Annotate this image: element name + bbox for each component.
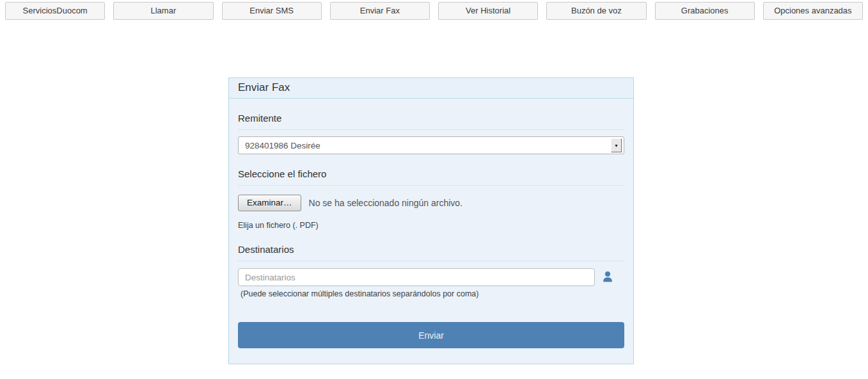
destinatarios-heading: Destinatarios: [238, 244, 624, 261]
nav-button-buzon-de-voz[interactable]: Buzón de voz: [546, 2, 646, 20]
browse-file-button[interactable]: Examinar…: [238, 195, 301, 211]
nav-button-servicios-duocom[interactable]: ServiciosDuocom: [5, 2, 105, 20]
panel-body: Remitente 928401986 Desirée ▼ Seleccione…: [229, 99, 633, 364]
select-dropdown-arrow-icon[interactable]: ▼: [611, 138, 622, 152]
enviar-submit-button[interactable]: Enviar: [238, 322, 624, 348]
destinatarios-row: [238, 268, 624, 286]
fichero-heading: Seleccione el fichero: [238, 168, 624, 186]
remitente-heading: Remitente: [238, 113, 624, 130]
nav-button-llamar[interactable]: Llamar: [113, 2, 213, 20]
file-input-row: Examinar… No se ha seleccionado ningún a…: [238, 195, 624, 211]
nav-button-enviar-sms[interactable]: Enviar SMS: [222, 2, 322, 20]
nav-button-opciones-avanzadas[interactable]: Opciones avanzadas: [763, 2, 863, 20]
nav-button-grabaciones[interactable]: Grabaciones: [655, 2, 755, 20]
file-status-text: No se ha seleccionado ningún archivo.: [309, 198, 463, 208]
remitente-selected-value: 928401986 Desirée: [239, 141, 611, 150]
file-hint-text: Elija un fichero (. PDF): [238, 221, 624, 230]
enviar-fax-panel: Enviar Fax Remitente 928401986 Desirée ▼…: [228, 77, 634, 364]
top-navigation: ServiciosDuocom Llamar Enviar SMS Enviar…: [0, 0, 868, 22]
panel-title: Enviar Fax: [229, 78, 633, 99]
contact-picker-person-icon[interactable]: [601, 270, 615, 284]
destinatarios-hint-text: (Puede seleccionar múltiples destinatari…: [238, 289, 624, 298]
remitente-select[interactable]: 928401986 Desirée ▼: [238, 136, 624, 154]
destinatarios-input[interactable]: [238, 268, 595, 286]
nav-button-enviar-fax[interactable]: Enviar Fax: [330, 2, 430, 20]
nav-button-ver-historial[interactable]: Ver Historial: [438, 2, 538, 20]
